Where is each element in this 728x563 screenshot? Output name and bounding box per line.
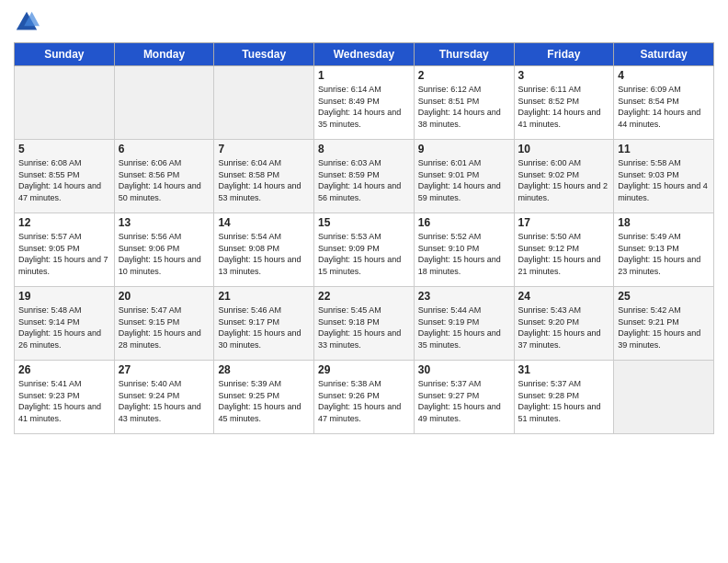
- day-header-saturday: Saturday: [614, 43, 714, 66]
- day-info: Sunrise: 5:49 AM Sunset: 9:13 PM Dayligh…: [618, 231, 710, 277]
- day-cell: 30Sunrise: 5:37 AM Sunset: 9:27 PM Dayli…: [414, 361, 514, 434]
- day-cell: 31Sunrise: 5:37 AM Sunset: 9:28 PM Dayli…: [514, 361, 614, 434]
- day-header-tuesday: Tuesday: [214, 43, 314, 66]
- day-cell: 6Sunrise: 6:06 AM Sunset: 8:56 PM Daylig…: [114, 140, 214, 213]
- day-number: 4: [618, 69, 710, 82]
- day-info: Sunrise: 6:01 AM Sunset: 9:01 PM Dayligh…: [418, 157, 510, 203]
- day-header-wednesday: Wednesday: [314, 43, 415, 66]
- day-cell: [614, 361, 714, 434]
- logo-icon: [14, 9, 40, 35]
- day-number: 6: [119, 143, 210, 155]
- day-number: 9: [418, 143, 510, 155]
- day-number: 17: [518, 216, 610, 229]
- day-cell: 4Sunrise: 6:09 AM Sunset: 8:54 PM Daylig…: [614, 66, 714, 140]
- day-cell: 19Sunrise: 5:48 AM Sunset: 9:14 PM Dayli…: [15, 287, 115, 361]
- day-header-friday: Friday: [514, 43, 614, 66]
- day-info: Sunrise: 5:47 AM Sunset: 9:15 PM Dayligh…: [119, 304, 210, 350]
- day-cell: 20Sunrise: 5:47 AM Sunset: 9:15 PM Dayli…: [114, 287, 214, 361]
- header: [14, 9, 714, 35]
- day-cell: 25Sunrise: 5:42 AM Sunset: 9:21 PM Dayli…: [614, 287, 714, 361]
- logo: [14, 9, 43, 35]
- day-cell: 3Sunrise: 6:11 AM Sunset: 8:52 PM Daylig…: [514, 66, 614, 140]
- day-cell: 17Sunrise: 5:50 AM Sunset: 9:12 PM Dayli…: [514, 213, 614, 287]
- day-number: 2: [418, 69, 510, 82]
- day-cell: 1Sunrise: 6:14 AM Sunset: 8:49 PM Daylig…: [314, 66, 415, 140]
- day-info: Sunrise: 5:50 AM Sunset: 9:12 PM Dayligh…: [518, 231, 610, 277]
- day-number: 15: [318, 216, 410, 229]
- day-number: 11: [618, 143, 710, 155]
- day-info: Sunrise: 5:39 AM Sunset: 9:25 PM Dayligh…: [218, 378, 310, 424]
- day-cell: [114, 66, 214, 140]
- day-number: 10: [518, 143, 610, 155]
- day-info: Sunrise: 5:52 AM Sunset: 9:10 PM Dayligh…: [418, 231, 510, 277]
- day-info: Sunrise: 5:56 AM Sunset: 9:06 PM Dayligh…: [119, 231, 210, 277]
- day-info: Sunrise: 5:42 AM Sunset: 9:21 PM Dayligh…: [618, 304, 710, 350]
- day-number: 30: [418, 363, 510, 376]
- day-number: 3: [518, 69, 610, 82]
- day-number: 22: [318, 290, 410, 303]
- day-number: 7: [218, 143, 310, 155]
- week-row-5: 26Sunrise: 5:41 AM Sunset: 9:23 PM Dayli…: [15, 361, 714, 434]
- day-number: 26: [18, 363, 110, 376]
- day-number: 31: [518, 363, 610, 376]
- day-cell: 21Sunrise: 5:46 AM Sunset: 9:17 PM Dayli…: [214, 287, 314, 361]
- day-info: Sunrise: 6:08 AM Sunset: 8:55 PM Dayligh…: [18, 157, 110, 203]
- week-row-2: 5Sunrise: 6:08 AM Sunset: 8:55 PM Daylig…: [15, 140, 714, 213]
- week-row-4: 19Sunrise: 5:48 AM Sunset: 9:14 PM Dayli…: [15, 287, 714, 361]
- week-row-1: 1Sunrise: 6:14 AM Sunset: 8:49 PM Daylig…: [15, 66, 714, 140]
- day-cell: 9Sunrise: 6:01 AM Sunset: 9:01 PM Daylig…: [414, 140, 514, 213]
- day-info: Sunrise: 6:12 AM Sunset: 8:51 PM Dayligh…: [418, 84, 510, 130]
- week-row-3: 12Sunrise: 5:57 AM Sunset: 9:05 PM Dayli…: [15, 213, 714, 287]
- day-number: 5: [18, 143, 110, 155]
- day-info: Sunrise: 5:38 AM Sunset: 9:26 PM Dayligh…: [318, 378, 410, 424]
- day-cell: 2Sunrise: 6:12 AM Sunset: 8:51 PM Daylig…: [414, 66, 514, 140]
- day-info: Sunrise: 5:58 AM Sunset: 9:03 PM Dayligh…: [618, 157, 710, 203]
- day-cell: 27Sunrise: 5:40 AM Sunset: 9:24 PM Dayli…: [114, 361, 214, 434]
- day-number: 28: [218, 363, 310, 376]
- day-info: Sunrise: 6:06 AM Sunset: 8:56 PM Dayligh…: [119, 157, 210, 203]
- day-info: Sunrise: 5:57 AM Sunset: 9:05 PM Dayligh…: [18, 231, 110, 277]
- day-number: 24: [518, 290, 610, 303]
- day-cell: 28Sunrise: 5:39 AM Sunset: 9:25 PM Dayli…: [214, 361, 314, 434]
- day-number: 20: [119, 290, 210, 303]
- day-cell: 16Sunrise: 5:52 AM Sunset: 9:10 PM Dayli…: [414, 213, 514, 287]
- day-number: 19: [18, 290, 110, 303]
- day-cell: 26Sunrise: 5:41 AM Sunset: 9:23 PM Dayli…: [15, 361, 115, 434]
- day-info: Sunrise: 5:43 AM Sunset: 9:20 PM Dayligh…: [518, 304, 610, 350]
- day-number: 29: [318, 363, 410, 376]
- day-cell: 18Sunrise: 5:49 AM Sunset: 9:13 PM Dayli…: [614, 213, 714, 287]
- day-number: 25: [618, 290, 710, 303]
- calendar: SundayMondayTuesdayWednesdayThursdayFrid…: [14, 42, 714, 434]
- day-number: 12: [18, 216, 110, 229]
- day-cell: 15Sunrise: 5:53 AM Sunset: 9:09 PM Dayli…: [314, 213, 415, 287]
- day-cell: 13Sunrise: 5:56 AM Sunset: 9:06 PM Dayli…: [114, 213, 214, 287]
- day-info: Sunrise: 6:03 AM Sunset: 8:59 PM Dayligh…: [318, 157, 410, 203]
- day-header-thursday: Thursday: [414, 43, 514, 66]
- day-info: Sunrise: 6:04 AM Sunset: 8:58 PM Dayligh…: [218, 157, 310, 203]
- day-number: 16: [418, 216, 510, 229]
- day-info: Sunrise: 5:54 AM Sunset: 9:08 PM Dayligh…: [218, 231, 310, 277]
- day-info: Sunrise: 6:11 AM Sunset: 8:52 PM Dayligh…: [518, 84, 610, 130]
- day-header-monday: Monday: [114, 43, 214, 66]
- day-cell: 14Sunrise: 5:54 AM Sunset: 9:08 PM Dayli…: [214, 213, 314, 287]
- day-info: Sunrise: 6:14 AM Sunset: 8:49 PM Dayligh…: [318, 84, 410, 130]
- page: SundayMondayTuesdayWednesdayThursdayFrid…: [0, 0, 728, 563]
- day-cell: 7Sunrise: 6:04 AM Sunset: 8:58 PM Daylig…: [214, 140, 314, 213]
- day-number: 18: [618, 216, 710, 229]
- day-cell: 8Sunrise: 6:03 AM Sunset: 8:59 PM Daylig…: [314, 140, 415, 213]
- day-info: Sunrise: 5:53 AM Sunset: 9:09 PM Dayligh…: [318, 231, 410, 277]
- day-number: 27: [119, 363, 210, 376]
- day-cell: 24Sunrise: 5:43 AM Sunset: 9:20 PM Dayli…: [514, 287, 614, 361]
- day-info: Sunrise: 5:44 AM Sunset: 9:19 PM Dayligh…: [418, 304, 510, 350]
- day-cell: 12Sunrise: 5:57 AM Sunset: 9:05 PM Dayli…: [15, 213, 115, 287]
- header-row: SundayMondayTuesdayWednesdayThursdayFrid…: [15, 43, 714, 66]
- day-info: Sunrise: 5:40 AM Sunset: 9:24 PM Dayligh…: [119, 378, 210, 424]
- day-info: Sunrise: 6:09 AM Sunset: 8:54 PM Dayligh…: [618, 84, 710, 130]
- day-info: Sunrise: 5:45 AM Sunset: 9:18 PM Dayligh…: [318, 304, 410, 350]
- calendar-body: 1Sunrise: 6:14 AM Sunset: 8:49 PM Daylig…: [15, 66, 714, 434]
- day-cell: 22Sunrise: 5:45 AM Sunset: 9:18 PM Dayli…: [314, 287, 415, 361]
- day-info: Sunrise: 5:37 AM Sunset: 9:27 PM Dayligh…: [418, 378, 510, 424]
- calendar-header: SundayMondayTuesdayWednesdayThursdayFrid…: [15, 43, 714, 66]
- day-info: Sunrise: 5:41 AM Sunset: 9:23 PM Dayligh…: [18, 378, 110, 424]
- day-info: Sunrise: 5:46 AM Sunset: 9:17 PM Dayligh…: [218, 304, 310, 350]
